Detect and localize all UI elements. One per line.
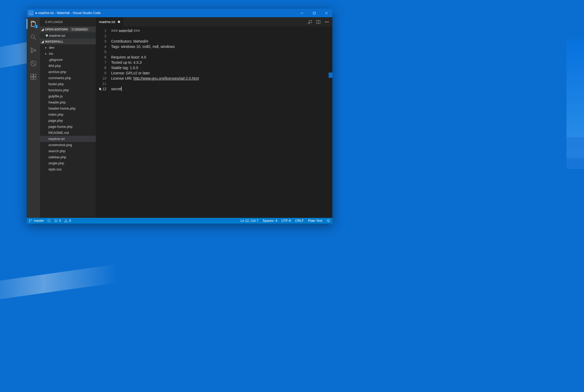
titlebar[interactable]: ∞ ● readme.txt - Waterfall - Visual Stud… [27, 9, 332, 17]
activity-search[interactable] [29, 33, 37, 41]
tree-file[interactable]: index.php [40, 111, 96, 118]
open-editors-header[interactable]: ◢ OPEN EDITORS 1 UNSAVED [40, 26, 96, 32]
tree-file[interactable]: footer.php [40, 81, 96, 87]
close-button[interactable] [320, 9, 332, 17]
tree-file[interactable]: gulpfile.js [40, 93, 96, 99]
status-lang[interactable]: Plain Text [308, 219, 322, 223]
compare-changes-icon[interactable] [307, 20, 312, 24]
maximize-button[interactable] [308, 9, 320, 17]
activity-bar: 1 [27, 17, 40, 218]
svg-rect-6 [31, 74, 33, 76]
tree-folder[interactable]: inc [40, 51, 96, 57]
project-label: WATERFALL [45, 40, 63, 43]
svg-point-18 [31, 220, 32, 220]
tab-bar: readme.txt [96, 17, 332, 26]
activity-extensions[interactable] [29, 73, 37, 81]
tree-item-label: single.php [48, 161, 64, 165]
project-header[interactable]: ◢ WATERFALL [40, 39, 96, 44]
tree-file[interactable]: style.css [40, 166, 96, 172]
tree-file[interactable]: comments.php [40, 75, 96, 81]
tree-file[interactable]: header-home.php [40, 105, 96, 111]
tree-item-label: comments.php [48, 76, 71, 80]
status-position[interactable]: Ln 12, Col 7 [241, 219, 258, 223]
explorer-sidebar: EXPLORER ◢ OPEN EDITORS 1 UNSAVED readme… [40, 17, 96, 218]
tree-file[interactable]: header.php [40, 99, 96, 105]
status-branch[interactable]: master [29, 219, 44, 223]
tree-file[interactable]: page-home.php [40, 124, 96, 130]
tree-item-label: header-home.php [48, 106, 76, 110]
status-errors[interactable]: 0 [54, 219, 61, 223]
svg-point-2 [31, 48, 32, 49]
svg-rect-7 [34, 74, 36, 76]
activity-debug[interactable] [29, 60, 37, 67]
svg-point-17 [29, 222, 30, 222]
tree-file[interactable]: readme.txt [40, 136, 96, 142]
tree-item-label: index.php [48, 112, 63, 116]
tree-file[interactable]: archive.php [40, 69, 96, 75]
overview-ruler[interactable] [329, 26, 332, 218]
tree-file[interactable]: screenshot.png [40, 142, 96, 148]
minimize-button[interactable] [296, 9, 308, 17]
tab-readme[interactable]: readme.txt [96, 17, 124, 26]
tree-item-label: README.md [48, 131, 69, 135]
window-title: ● readme.txt - Waterfall - Visual Studio… [35, 11, 296, 15]
status-bar: master 0 0 Ln 12, Col 7 Spaces: 4 UTF-8 … [27, 218, 332, 224]
tab-label: readme.txt [99, 20, 115, 24]
open-editor-item[interactable]: readme.txt [40, 32, 96, 39]
svg-point-20 [327, 219, 330, 222]
svg-point-21 [328, 220, 328, 220]
code-content[interactable]: === waterfall ===Contributors: MehediHTa… [111, 26, 332, 218]
text-editor[interactable]: 123456789101112 === waterfall ===Contrib… [96, 26, 332, 218]
tree-folder[interactable]: dev [40, 44, 96, 51]
chevron-down-icon: ◢ [41, 40, 44, 43]
tree-item-label: style.css [48, 167, 62, 171]
overview-ruler-mark [329, 73, 332, 78]
chevron-down-icon: ◢ [41, 28, 44, 31]
svg-rect-8 [31, 77, 33, 79]
svg-rect-10 [309, 20, 312, 23]
status-warnings[interactable]: 0 [64, 219, 71, 223]
tree-file[interactable]: functions.php [40, 87, 96, 93]
open-editors-label: OPEN EDITORS [45, 28, 68, 31]
tree-item-label: page-home.php [48, 125, 73, 129]
tree-file[interactable]: 404.php [40, 63, 96, 69]
tree-item-label: archive.php [48, 70, 66, 74]
explorer-badge: 1 [34, 25, 38, 28]
text-caret [121, 87, 122, 91]
app-icon: ∞ [29, 11, 33, 15]
tree-item-label: footer.php [48, 82, 64, 86]
tree-file[interactable]: search.php [40, 148, 96, 154]
activity-git[interactable] [29, 46, 37, 54]
status-eol[interactable]: CRLF [295, 219, 304, 223]
svg-point-13 [325, 21, 326, 22]
line-number-gutter: 123456789101112 [96, 26, 111, 218]
license-link[interactable]: http://www.gnu.org/licenses/gpl-2.0.html [133, 76, 199, 80]
sidebar-title: EXPLORER [40, 17, 96, 26]
svg-rect-0 [313, 12, 315, 14]
tree-item-label: 404.php [48, 64, 61, 68]
svg-point-15 [328, 21, 328, 22]
tree-item-label: inc [49, 52, 53, 56]
tree-item-label: dev [49, 46, 55, 49]
svg-rect-9 [34, 77, 36, 79]
tree-file[interactable]: page.php [40, 118, 96, 124]
tree-file[interactable]: sidebar.php [40, 154, 96, 160]
tree-item-label: functions.php [48, 88, 69, 92]
activity-explorer[interactable]: 1 [29, 20, 37, 28]
more-actions-icon[interactable] [324, 20, 329, 24]
dirty-indicator-icon [118, 21, 120, 23]
status-sync[interactable] [47, 219, 51, 223]
tree-item-label: header.php [48, 100, 66, 104]
status-encoding[interactable]: UTF-8 [282, 219, 291, 223]
svg-point-14 [327, 21, 327, 22]
tree-file[interactable]: README.md [40, 130, 96, 136]
feedback-icon[interactable] [327, 219, 330, 223]
unsaved-badge: 1 UNSAVED [71, 28, 89, 31]
tree-item-label: page.php [48, 119, 63, 123]
tree-item-label: gulpfile.js [48, 94, 63, 98]
status-spaces[interactable]: Spaces: 4 [262, 219, 277, 223]
tree-file[interactable]: single.php [40, 160, 96, 166]
tree-file[interactable]: .gitignore [40, 57, 96, 63]
split-editor-icon[interactable] [316, 20, 321, 24]
svg-point-1 [31, 35, 34, 38]
